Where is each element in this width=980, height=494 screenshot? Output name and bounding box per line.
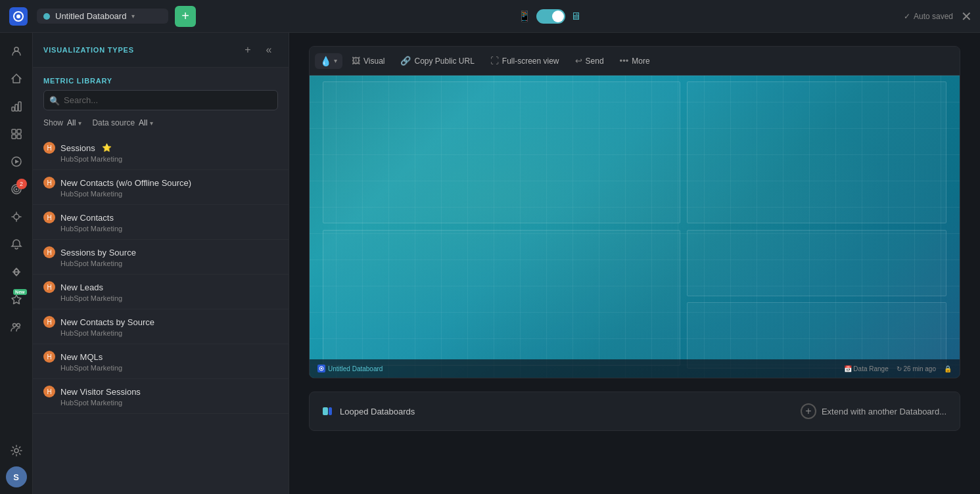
nav-icon-alerts[interactable] — [5, 233, 28, 256]
nav-icon-users[interactable] — [5, 39, 28, 63]
link-icon: 🔗 — [400, 56, 411, 66]
nav-icon-play[interactable] — [5, 150, 28, 173]
nav-icon-integrations[interactable] — [5, 205, 28, 229]
footer-logo: Untitled Databoard — [317, 365, 383, 372]
list-item[interactable]: H New Visitor Sessions HubSpot Marketing — [33, 379, 289, 414]
color-droplet-icon: 💧 — [320, 56, 331, 66]
metric-name: New Contacts (w/o Offline Source) — [60, 178, 191, 188]
datasource-filter-label: Data source — [92, 118, 135, 127]
extend-button[interactable]: + Extend with another Databoard... — [801, 403, 946, 419]
close-button[interactable]: ✕ — [961, 10, 972, 23]
footer-refresh-time: ↻ 26 min ago — [897, 365, 936, 372]
toggle-thumb — [552, 11, 564, 22]
fullscreen-button[interactable]: ⛶ Full-screen view — [484, 53, 566, 69]
nav-icon-new-feature[interactable]: New — [5, 288, 28, 311]
metric-source: HubSpot Marketing — [60, 399, 278, 407]
list-item[interactable]: H New Contacts (w/o Offline Source) HubS… — [33, 170, 289, 205]
more-button[interactable]: ••• More — [613, 53, 657, 69]
looped-label: Looped Databoards — [340, 407, 415, 416]
preview-footer-right: 📅 Data Range ↻ 26 min ago 🔒 — [844, 365, 952, 372]
topbar: Untitled Databoard ▾ + 📱 🖥 ✓ Auto saved … — [0, 0, 980, 33]
copy-url-button[interactable]: 🔗 Copy Public URL — [394, 53, 480, 69]
metric-source: HubSpot Marketing — [60, 259, 278, 267]
datasource-filter-group: Data source All ▾ — [92, 118, 153, 127]
nav-icon-home[interactable] — [5, 67, 28, 91]
toggle-track[interactable] — [536, 9, 565, 24]
metric-source: HubSpot Marketing — [60, 364, 278, 372]
add-button[interactable]: + — [175, 6, 196, 27]
mobile-view-icon[interactable]: 📱 — [518, 10, 531, 22]
svg-rect-10 — [17, 135, 21, 139]
looped-icon: Looped Databoards — [323, 407, 415, 416]
viz-types-label: VISUALIZATION TYPES — [43, 46, 240, 54]
nav-icon-metrics[interactable] — [5, 95, 28, 118]
preview-widget-5 — [687, 302, 947, 369]
svg-point-20 — [14, 449, 18, 453]
svg-point-23 — [321, 368, 322, 369]
databoard-title-area[interactable]: Untitled Databoard ▾ — [37, 9, 168, 24]
footer-lock-icon: 🔒 — [944, 365, 952, 372]
preview-footer: Untitled Databoard 📅 Data Range ↻ 26 min… — [310, 359, 960, 378]
auto-saved-status: ✓ Auto saved — [904, 12, 953, 21]
send-icon: ↩ — [575, 56, 582, 66]
databoard-toolbar: 💧 ▾ 🖼 Visual 🔗 Copy Public URL ⛶ Full-sc… — [310, 47, 960, 76]
show-filter-caret-icon: ▾ — [78, 120, 82, 127]
metric-source: HubSpot Marketing — [60, 294, 278, 302]
looped-card: Looped Databoards + Extend with another … — [309, 392, 960, 431]
fullscreen-icon: ⛶ — [490, 56, 499, 66]
main-layout: 2 New — [0, 33, 980, 494]
metric-name: New Leads — [60, 282, 103, 292]
user-avatar[interactable]: S — [6, 466, 27, 487]
list-item[interactable]: H Sessions ⭐ HubSpot Marketing — [33, 135, 289, 170]
check-icon: ✓ — [904, 12, 910, 21]
preview-widget-4 — [687, 230, 947, 296]
list-item[interactable]: H New MQLs HubSpot Marketing — [33, 344, 289, 379]
show-filter-group: Show All ▾ — [43, 118, 82, 127]
svg-point-2 — [16, 14, 20, 18]
new-feature-badge: New — [13, 289, 26, 295]
visual-button[interactable]: 🖼 Visual — [345, 53, 391, 69]
metric-icon: H — [43, 386, 55, 397]
app-logo[interactable] — [8, 6, 29, 27]
nav-icon-goals[interactable]: 2 — [5, 177, 28, 201]
datasource-filter-value: All — [139, 118, 147, 127]
nav-icon-settings[interactable] — [5, 439, 28, 462]
metric-icon: H — [43, 281, 55, 293]
more-dots-icon: ••• — [620, 56, 629, 66]
datasource-filter-select[interactable]: All ▾ — [139, 118, 153, 127]
view-toggle[interactable] — [536, 9, 565, 24]
svg-rect-25 — [329, 407, 332, 415]
metric-source: HubSpot Marketing — [60, 329, 278, 337]
list-item[interactable]: H Sessions by Source HubSpot Marketing — [33, 240, 289, 275]
metric-icon: H — [43, 316, 55, 328]
svg-rect-5 — [15, 104, 18, 111]
search-box: 🔍 — [43, 90, 278, 110]
show-filter-select[interactable]: All ▾ — [67, 118, 82, 127]
list-item[interactable]: H New Contacts by Source HubSpot Marketi… — [33, 309, 289, 344]
metric-list: H Sessions ⭐ HubSpot Marketing H New Con… — [33, 135, 289, 494]
datasource-filter-caret-icon: ▾ — [150, 120, 153, 127]
search-input[interactable] — [43, 90, 278, 110]
list-item[interactable]: H New Contacts HubSpot Marketing — [33, 205, 289, 240]
nav-icon-dashboards[interactable] — [5, 122, 28, 146]
viz-types-collapse-button[interactable]: « — [260, 42, 278, 58]
databoard-preview: Untitled Databoard 📅 Data Range ↻ 26 min… — [310, 76, 960, 378]
dropdown-caret-icon: ▾ — [334, 57, 337, 64]
left-nav: 2 New — [0, 33, 33, 494]
viz-types-add-button[interactable]: + — [240, 42, 256, 58]
footer-data-range: 📅 Data Range — [844, 365, 889, 372]
list-item[interactable]: H New Leads HubSpot Marketing — [33, 275, 289, 309]
nav-icon-sharing[interactable] — [5, 260, 28, 284]
sidebar-panel: VISUALIZATION TYPES + « METRIC LIBRARY 🔍… — [33, 33, 289, 494]
metric-name: New Visitor Sessions — [60, 387, 141, 397]
metric-source: HubSpot Marketing — [60, 225, 278, 233]
color-dropdown[interactable]: 💧 ▾ — [315, 53, 342, 69]
content-area: 💧 ▾ 🖼 Visual 🔗 Copy Public URL ⛶ Full-sc… — [289, 33, 980, 494]
svg-rect-7 — [12, 129, 16, 133]
nav-icon-team[interactable] — [5, 315, 28, 339]
metric-icon: H — [43, 351, 55, 363]
metric-icon: H — [43, 246, 55, 258]
svg-rect-4 — [12, 107, 14, 111]
send-button[interactable]: ↩ Send — [569, 53, 611, 69]
desktop-view-icon[interactable]: 🖥 — [571, 11, 581, 22]
